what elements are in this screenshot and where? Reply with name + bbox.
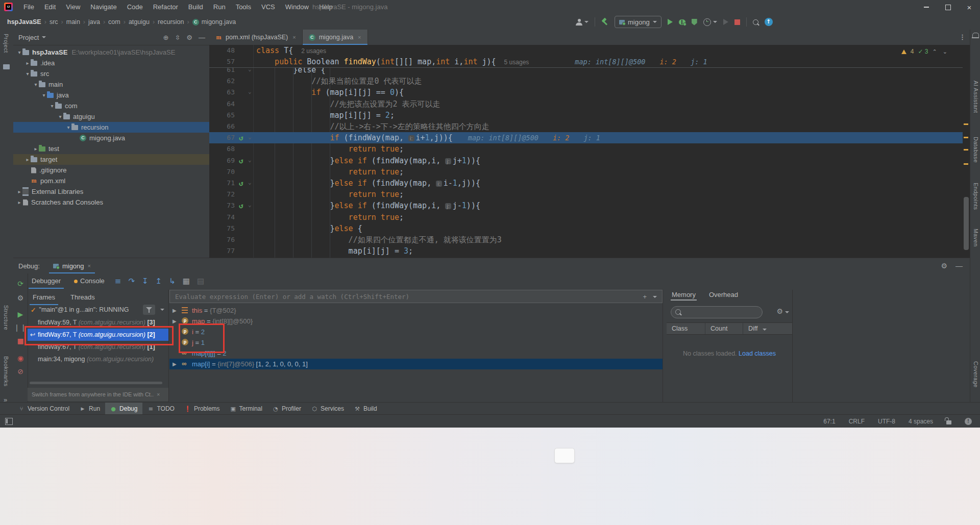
tool-window-button-terminal[interactable]: ▣Terminal (225, 403, 267, 415)
tree-item-test[interactable]: ▸test (13, 143, 229, 154)
minimize-button[interactable] (916, 0, 937, 14)
fold-marker-icon[interactable]: ⌄ (248, 67, 252, 75)
locate-file-icon[interactable]: ⊕ (163, 34, 169, 41)
filter-funnel-button[interactable] (143, 305, 155, 315)
tree-item-pom-xml[interactable]: pom.xml (13, 176, 220, 186)
gear-icon[interactable]: ⚙ (186, 34, 192, 41)
chevron-down-icon[interactable]: ▾ (24, 71, 31, 77)
chevron-down-icon[interactable]: ▾ (41, 92, 47, 98)
editor-tab-migong-java[interactable]: migong.java× (303, 30, 368, 45)
hide-panel-icon[interactable]: — (955, 262, 963, 270)
code-line-65[interactable]: 65map[i][j] = 2; (209, 110, 963, 121)
tool-stripe-ai-assistant[interactable]: AI Assistant (973, 81, 979, 113)
tool-window-button-version-control[interactable]: ⑂Version Control (13, 403, 75, 415)
event-log-icon[interactable]: ! (965, 418, 972, 425)
project-stripe-icon[interactable] (3, 64, 10, 69)
breadcrumb-item-src[interactable]: src (50, 18, 58, 26)
close-button[interactable]: × (959, 0, 980, 14)
chevron-right-icon[interactable]: ▸ (33, 146, 39, 152)
rerun-button[interactable]: ⟳ (13, 280, 28, 288)
code-line-69[interactable]: 69↺⌄}else if (findWay(map,i, j:j+1)){ (209, 155, 963, 166)
taskbar-button[interactable] (554, 448, 575, 463)
fold-marker-icon[interactable]: ⌄ (248, 177, 252, 188)
fold-marker-icon[interactable]: ⌄ (248, 86, 252, 97)
code-line-76[interactable]: 76//如果四个位置都走不通, 就将该位置置为3 (209, 234, 963, 245)
step-out-of-block-button[interactable]: ↳ (169, 277, 176, 286)
column-class[interactable]: Class (667, 323, 705, 334)
search-everywhere-button[interactable] (753, 19, 758, 25)
status-item-4-spaces[interactable]: 4 spaces (909, 418, 933, 425)
frames-tab-threads[interactable]: Threads (67, 290, 98, 305)
chevron-right-icon[interactable]: ▸ (16, 189, 22, 194)
run-with-coverage-button[interactable] (692, 19, 697, 26)
tab-options-icon[interactable]: ⋮ (959, 30, 966, 45)
step-into-button[interactable]: ↧ (142, 277, 149, 286)
run-configuration-select[interactable]: migong (615, 16, 662, 28)
run-button[interactable] (668, 19, 673, 25)
code-line-62[interactable]: 62//如果当前位置是0 代表可以走 (209, 76, 963, 87)
tool-stripe-database[interactable]: Database (973, 137, 979, 163)
variable-row-i[interactable]: i = 2 (169, 327, 663, 337)
tool-window-button-services[interactable]: ⬡Services (306, 403, 349, 415)
memory-tab-overhead[interactable]: Overhead (708, 290, 739, 299)
warning-stripe-mark[interactable] (964, 123, 968, 125)
fold-marker-icon[interactable]: ⌄ (248, 199, 252, 211)
code-line-67[interactable]: 67↺⌄if (findWay(map, i:i+1,j)){map: int[… (209, 132, 963, 143)
recursive-call-icon[interactable]: ↺ (239, 132, 243, 143)
code-line-57[interactable]: 57public Boolean findWay(int[][] map,int… (209, 56, 963, 67)
frame-row-4[interactable]: main:34, migong (com.atguigu.recursion) (28, 353, 168, 365)
menu-item-view[interactable]: View (61, 0, 85, 14)
layout-settings-button[interactable]: ▤ (197, 277, 204, 286)
add-watch-icon[interactable]: + (643, 293, 647, 301)
frames-tab-frames[interactable]: Frames (30, 290, 58, 305)
tree-item-target[interactable]: ▸target (13, 154, 220, 165)
chevron-down-icon[interactable]: ▾ (33, 82, 39, 87)
code-line-71[interactable]: 71↺⌄}else if (findWay(map, i:i-1,j)){ (209, 178, 963, 189)
recursive-call-icon[interactable]: ↺ (239, 178, 243, 189)
chevron-right-icon[interactable]: ▸ (16, 199, 22, 205)
code-line-61[interactable]: 61⌄}else { (209, 67, 963, 76)
menu-item-edit[interactable]: Edit (39, 0, 61, 14)
close-icon[interactable]: × (88, 263, 91, 269)
frame-row-1[interactable]: findWay:59, T (com.atguigu.recursion) [3… (28, 316, 168, 329)
variable-row-this[interactable]: ▶this = {T@502} (169, 305, 663, 316)
breadcrumb-item-hspJavaSE[interactable]: hspJavaSE (7, 18, 41, 26)
resume-button[interactable]: ▶ (13, 310, 28, 318)
tree-item-external-libraries[interactable]: ▸External Libraries (13, 186, 212, 197)
view-breakpoints-button[interactable]: ◉ (13, 354, 28, 362)
tool-window-button-debug[interactable]: ●Debug (105, 403, 142, 415)
code-line-74[interactable]: 74return true; (209, 212, 963, 223)
chevron-right-icon[interactable]: ▶ (173, 359, 177, 369)
tool-window-button-todo[interactable]: ≡TODO (142, 403, 179, 415)
tree-item-src[interactable]: ▾src (13, 68, 220, 79)
breadcrumb-item-main[interactable]: main (66, 18, 80, 26)
user-menu-button[interactable] (576, 19, 589, 26)
code-line-72[interactable]: 72return true; (209, 189, 963, 200)
tool-stripe-endpoints[interactable]: Endpoints (973, 183, 979, 210)
status-item-67-1[interactable]: 67:1 (823, 418, 835, 425)
frames-horizontal-scrollbar[interactable] (30, 382, 162, 384)
tool-stripe-maven[interactable]: Maven (973, 229, 979, 247)
variable-row-map[interactable]: ▶map = {int[8][]@500} (169, 316, 663, 327)
tree-item--idea[interactable]: ▸.idea (13, 58, 220, 68)
chevron-down-icon[interactable]: ▾ (16, 49, 22, 55)
code-editor[interactable]: 61⌄}else {62//如果当前位置是0 代表可以走63⌄if (map[i… (209, 45, 963, 258)
editor-scrollbar[interactable] (963, 45, 970, 258)
close-icon[interactable]: × (292, 34, 296, 40)
variable-row-map-i-j-[interactable]: ∞map[i][j] = 2 (169, 348, 663, 359)
scrollbar-thumb[interactable] (964, 197, 969, 250)
chevron-right-icon[interactable]: ▶ (173, 305, 177, 316)
debug-session-tab[interactable]: migong × (49, 258, 95, 273)
tree-item-hspjavase[interactable]: ▾hspJavaSEE:\workplace01\javaSE\hspJavaS… (13, 47, 212, 58)
close-icon[interactable]: × (157, 391, 160, 397)
breadcrumb-item-java[interactable]: java (88, 18, 100, 26)
maximize-button[interactable] (937, 0, 959, 14)
breadcrumb-item-atguigu[interactable]: atguigu (129, 18, 150, 26)
code-line-75[interactable]: 75}else { (209, 223, 963, 234)
gear-icon[interactable]: ⚙ (776, 307, 783, 315)
chevron-right-icon[interactable]: ▸ (24, 157, 31, 162)
warning-stripe-mark[interactable] (964, 149, 968, 151)
collapse-all-icon[interactable]: ⇳ (175, 34, 180, 41)
evaluate-expression-input[interactable]: Evaluate expression (Enter) or add a wat… (169, 290, 663, 303)
profiler-button[interactable] (703, 18, 717, 26)
